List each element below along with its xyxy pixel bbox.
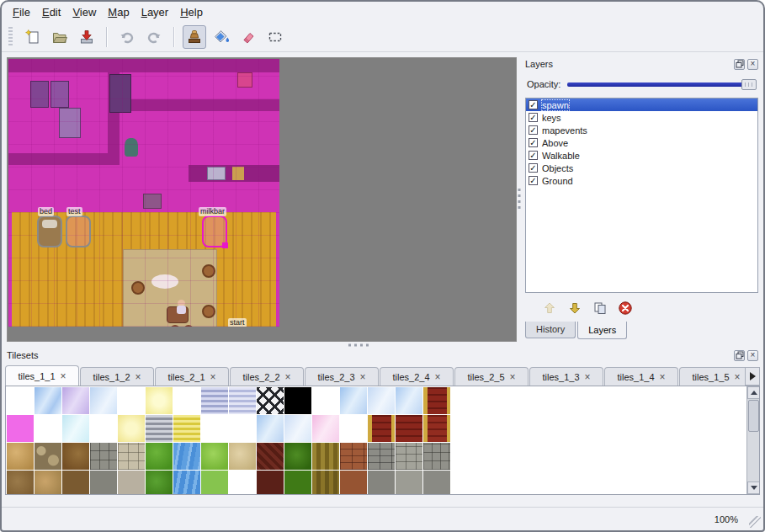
tileset-tile[interactable] (284, 443, 311, 470)
map-canvas[interactable]: bedtestmilkbarstartandomentr. (8, 59, 279, 327)
close-panel-button[interactable]: × (747, 350, 758, 361)
tileset-tile[interactable] (368, 443, 395, 470)
tab-close-icon[interactable]: × (660, 373, 666, 381)
tileset-tile[interactable] (257, 471, 284, 495)
tileset-tile[interactable] (173, 471, 200, 495)
tab-close-icon[interactable]: × (285, 373, 291, 381)
tileset-tile[interactable] (201, 387, 228, 414)
tileset-tab-tiles_1_2[interactable]: tiles_1_2× (80, 367, 154, 386)
tileset-tab-tiles_1_4[interactable]: tiles_1_4× (604, 367, 678, 386)
tileset-tile[interactable] (396, 415, 422, 442)
tileset-tile[interactable] (257, 415, 284, 442)
layer-row-Ground[interactable]: ✓Ground (526, 174, 757, 187)
tab-close-icon[interactable]: × (510, 373, 516, 381)
float-panel-button[interactable] (734, 350, 745, 361)
tab-close-icon[interactable]: × (585, 373, 591, 381)
duplicate-layer-button[interactable] (591, 299, 609, 317)
tileset-tab-tiles_2_5[interactable]: tiles_2_5× (454, 367, 529, 386)
tileset-tile[interactable] (340, 443, 367, 470)
tileset-tab-tiles_2_4[interactable]: tiles_2_4× (380, 367, 454, 386)
tileset-tile[interactable] (118, 471, 145, 495)
tileset-tile[interactable] (368, 415, 395, 442)
tileset-tile[interactable] (368, 471, 395, 495)
tileset-tile[interactable] (90, 415, 117, 442)
menu-map[interactable]: Map (102, 3, 135, 21)
tileset-tile[interactable] (146, 415, 173, 442)
tileset-tile[interactable] (173, 443, 200, 470)
tileset-tile[interactable] (62, 443, 89, 470)
tileset-tile[interactable] (7, 443, 34, 470)
tileset-tile[interactable] (7, 471, 34, 495)
layer-visibility-checkbox[interactable]: ✓ (529, 176, 538, 185)
horizontal-splitter[interactable] (2, 342, 763, 348)
new-file-button[interactable] (21, 25, 45, 49)
tileset-tab-tiles_1_1[interactable]: tiles_1_1× (5, 365, 79, 386)
tab-close-icon[interactable]: × (360, 373, 366, 381)
scroll-up-button[interactable] (747, 386, 760, 399)
tab-close-icon[interactable]: × (135, 373, 141, 381)
tileset-tile[interactable] (340, 415, 367, 442)
tileset-tab-tiles_1_3[interactable]: tiles_1_3× (529, 367, 603, 386)
menu-file[interactable]: File (7, 3, 36, 21)
stamp-brush-button[interactable] (183, 25, 206, 49)
menu-view[interactable]: View (66, 3, 102, 21)
tileset-tile[interactable] (396, 471, 422, 495)
tileset-tile[interactable] (229, 415, 256, 442)
tab-close-icon[interactable]: × (210, 373, 216, 381)
tileset-tile[interactable] (229, 387, 256, 414)
move-layer-up-button[interactable] (540, 299, 559, 317)
tileset-tile[interactable] (284, 387, 311, 414)
menu-edit[interactable]: Edit (36, 3, 66, 21)
tab-close-icon[interactable]: × (435, 373, 441, 381)
layer-row-keys[interactable]: ✓keys (526, 111, 757, 124)
float-panel-button[interactable] (734, 59, 745, 70)
dock-tab-layers[interactable]: Layers (577, 322, 627, 339)
tab-close-icon[interactable]: × (735, 373, 741, 381)
tileset-tile[interactable] (35, 471, 61, 495)
layer-visibility-checkbox[interactable]: ✓ (529, 151, 538, 160)
scroll-down-button[interactable] (747, 481, 760, 494)
close-panel-button[interactable]: × (747, 59, 758, 70)
tileset-tile[interactable] (201, 415, 228, 442)
rect-select-button[interactable] (263, 25, 287, 49)
layer-visibility-checkbox[interactable]: ✓ (529, 125, 538, 135)
tileset-tile[interactable] (312, 471, 339, 495)
layer-visibility-checkbox[interactable]: ✓ (529, 100, 538, 109)
tileset-tile[interactable] (368, 387, 395, 414)
tileset-tile[interactable] (90, 443, 117, 470)
tileset-tile[interactable] (201, 443, 228, 470)
tileset-tile[interactable] (423, 443, 450, 470)
tileset-tab-tiles_2_3[interactable]: tiles_2_3× (305, 367, 379, 386)
tileset-tile[interactable] (284, 415, 311, 442)
tileset-tile[interactable] (423, 471, 450, 495)
tileset-tab-tiles_1_5[interactable]: tiles_1_5× (679, 367, 745, 386)
map-viewport[interactable]: bedtestmilkbarstartandomentr. (7, 57, 517, 342)
tileset-tile[interactable] (423, 387, 450, 414)
layer-visibility-checkbox[interactable]: ✓ (529, 113, 538, 122)
delete-layer-button[interactable] (616, 299, 635, 317)
resize-grip[interactable] (749, 516, 761, 528)
tileset-view[interactable] (5, 386, 760, 495)
tileset-tile[interactable] (62, 387, 89, 414)
tileset-tile[interactable] (146, 387, 173, 414)
tileset-tile[interactable] (312, 415, 339, 442)
opacity-slider[interactable] (567, 78, 757, 90)
menu-layer[interactable]: Layer (135, 3, 175, 21)
redo-button[interactable] (142, 25, 166, 49)
tileset-tile[interactable] (257, 387, 284, 414)
tileset-tile[interactable] (173, 415, 200, 442)
layer-row-Walkable[interactable]: ✓Walkable (526, 149, 757, 162)
tileset-scrollbar[interactable] (746, 386, 759, 494)
opacity-slider-handle[interactable] (741, 79, 757, 90)
layer-visibility-checkbox[interactable]: ✓ (529, 163, 538, 173)
scrollbar-thumb[interactable] (748, 400, 759, 432)
tileset-tile[interactable] (118, 443, 145, 470)
dock-tab-history[interactable]: History (525, 322, 576, 338)
layer-visibility-checkbox[interactable]: ✓ (529, 138, 538, 147)
tileset-tile[interactable] (62, 415, 89, 442)
eraser-button[interactable] (236, 25, 260, 49)
tileset-tile[interactable] (257, 443, 284, 470)
tileset-tile[interactable] (118, 415, 145, 442)
tileset-tile[interactable] (90, 471, 117, 495)
toolbar-drag-handle[interactable] (8, 27, 13, 47)
